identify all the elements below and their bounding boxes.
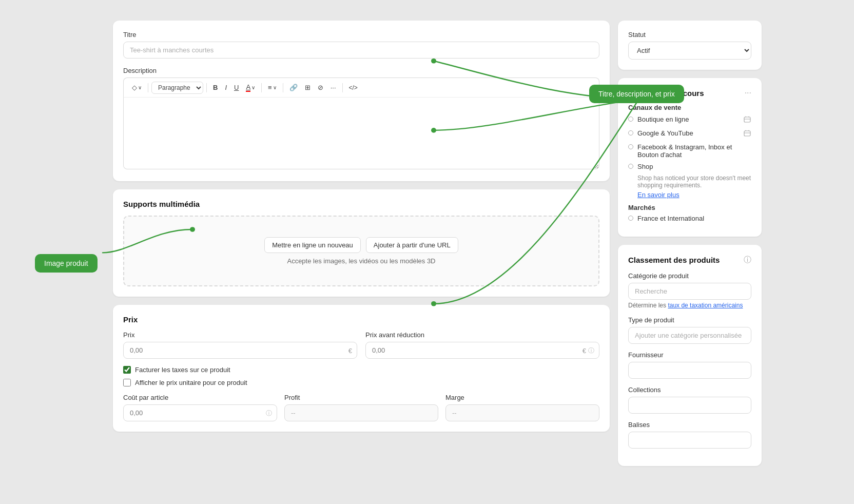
code-btn[interactable]: </>	[346, 82, 361, 93]
shop-note: Shop has noticed your store doesn't meet…	[637, 175, 751, 189]
profit-field: Profit	[284, 394, 438, 421]
canaux-title: Canaux de vente	[628, 104, 751, 111]
underline-btn[interactable]: U	[231, 82, 242, 93]
tax-checkbox[interactable]	[123, 366, 131, 374]
cout-field: Coût par article ⓘ	[123, 394, 277, 421]
svg-rect-1	[744, 131, 750, 136]
separator-3	[261, 83, 262, 92]
channel-circle	[628, 117, 633, 122]
channel-facebook-name: Facebook & Instagram, Inbox et Bouton d'…	[637, 143, 751, 159]
channel-shop: Shop	[628, 163, 751, 170]
channel-google: Google & YouTube	[628, 129, 751, 139]
marche-france: France et International	[628, 215, 751, 222]
statut-select[interactable]: Actif	[628, 42, 751, 60]
channel-boutique: Boutique en ligne	[628, 115, 751, 125]
statut-card: Statut Actif	[618, 21, 762, 70]
balises-label: Balises	[628, 421, 751, 429]
unit-price-row: Afficher le prix unitaire pour ce produi…	[123, 379, 599, 386]
media-dropzone[interactable]: Mettre en ligne un nouveau Ajouter à par…	[123, 216, 599, 286]
avant-reduction-input[interactable]	[365, 342, 599, 359]
classement-info-icon[interactable]: ⓘ	[744, 255, 751, 265]
channel-google-name: Google & YouTube	[637, 129, 693, 137]
channel-circle	[628, 130, 633, 135]
ai-btn[interactable]: ◇ ∨	[129, 82, 145, 93]
balises-input[interactable]	[628, 432, 751, 449]
categorie-note: Détermine les taux de taxation américain…	[628, 302, 751, 309]
categorie-label: Catégorie de produit	[628, 272, 751, 280]
tax-label: Facturer les taxes sur ce produit	[135, 366, 230, 374]
upload-btn[interactable]: Mettre en ligne un nouveau	[264, 237, 361, 253]
italic-btn[interactable]: I	[222, 82, 230, 93]
fournisseur-input[interactable]	[628, 362, 751, 379]
channel-google-icon[interactable]	[743, 129, 751, 139]
fontcolor-btn[interactable]: A ∨	[243, 81, 258, 94]
unit-price-checkbox[interactable]	[123, 379, 131, 386]
cout-suffix: ⓘ	[266, 409, 272, 417]
collections-group: Collections	[628, 386, 751, 414]
channel-facebook: Facebook & Instagram, Inbox et Bouton d'…	[628, 143, 751, 159]
description-label: Description	[123, 67, 599, 74]
marche-circle	[628, 216, 633, 221]
profit-label: Profit	[284, 394, 438, 401]
forbidden-btn[interactable]: ⊘	[315, 82, 326, 93]
separator-2	[206, 83, 207, 92]
titre-card: Titre Description ◇ ∨ Paragraphe B I U A…	[113, 21, 610, 181]
channel-boutique-name: Boutique en ligne	[637, 115, 689, 123]
statut-label: Statut	[628, 31, 751, 38]
fournisseur-group: Fournisseur	[628, 351, 751, 379]
cout-input[interactable]	[123, 404, 277, 421]
media-title: Supports multimédia	[123, 200, 599, 208]
titre-label: Titre	[123, 31, 599, 38]
classement-card: Classement des produits ⓘ Catégorie de p…	[618, 245, 762, 466]
titre-input[interactable]	[123, 42, 599, 59]
embed-btn[interactable]: ⊞	[302, 82, 314, 93]
type-input[interactable]	[628, 327, 751, 344]
callout-image-produit: Image produit	[35, 254, 98, 273]
prix-title: Prix	[123, 315, 599, 324]
unit-price-label: Afficher le prix unitaire pour ce produi…	[135, 379, 247, 386]
link-btn[interactable]: 🔗	[286, 82, 301, 93]
editor-toolbar: ◇ ∨ Paragraphe B I U A ∨ ≡ ∨ 🔗 ⊞ ⊘	[123, 77, 599, 98]
collections-label: Collections	[628, 386, 751, 394]
fournisseur-label: Fournisseur	[628, 351, 751, 359]
align-btn[interactable]: ≡ ∨	[265, 82, 280, 93]
media-card: Supports multimédia Mettre en ligne un n…	[113, 189, 610, 297]
channel-circle	[628, 144, 633, 149]
avant-reduction-label: Prix avant réduction	[365, 331, 599, 339]
profit-input	[284, 404, 438, 421]
balises-group: Balises	[628, 421, 751, 449]
bold-btn[interactable]: B	[210, 82, 221, 93]
type-label: Type de produit	[628, 316, 751, 324]
shop-learn-more[interactable]: En savoir plus	[637, 191, 680, 199]
avant-reduction-field: Prix avant réduction € ⓘ	[365, 331, 599, 359]
marge-input	[445, 404, 599, 421]
categorie-group: Catégorie de produit Détermine les taux …	[628, 272, 751, 309]
prix-label: Prix	[123, 331, 357, 339]
marches-title: Marchés	[628, 204, 751, 211]
avant-reduction-suffix: € ⓘ	[583, 346, 594, 355]
channel-circle	[628, 164, 633, 169]
channel-shop-name: Shop	[637, 163, 653, 170]
cout-label: Coût par article	[123, 394, 277, 401]
channel-boutique-icon[interactable]	[743, 115, 751, 125]
marge-field: Marge	[445, 394, 599, 421]
paragraph-select[interactable]: Paragraphe	[151, 82, 203, 94]
media-hint: Accepte les images, les vidéos ou les mo…	[134, 257, 588, 265]
more-btn[interactable]: ···	[327, 82, 339, 93]
type-group: Type de produit	[628, 316, 751, 344]
marche-france-name: France et International	[637, 215, 704, 222]
tax-link[interactable]: taux de taxation américains	[668, 302, 743, 309]
url-btn[interactable]: Ajouter à partir d'une URL	[366, 237, 458, 253]
separator-5	[342, 83, 343, 92]
classement-header: Classement des produits ⓘ	[628, 255, 751, 265]
separator-1	[148, 83, 148, 92]
categorie-input[interactable]	[628, 283, 751, 300]
callout-titre-desc-prix: Titre, description, et prix	[589, 85, 684, 103]
prix-input[interactable]	[123, 342, 357, 359]
prix-suffix: €	[348, 346, 352, 354]
marge-label: Marge	[445, 394, 599, 401]
description-editor[interactable]	[123, 98, 599, 169]
publication-more-btn[interactable]: ···	[745, 88, 751, 98]
collections-input[interactable]	[628, 397, 751, 414]
channel-shop-group: Shop Shop has noticed your store doesn't…	[628, 163, 751, 199]
